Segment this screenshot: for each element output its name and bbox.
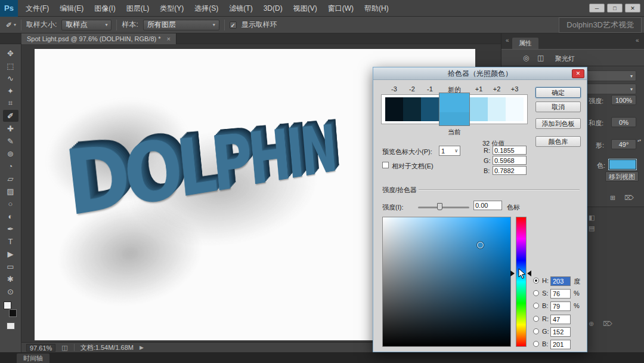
panel-icon[interactable]: ▤: [589, 224, 595, 232]
close-icon[interactable]: ✕: [625, 4, 640, 13]
status-menu-arrow-icon[interactable]: ▶: [140, 344, 144, 350]
hand-tool[interactable]: ✱: [3, 273, 18, 285]
clone-stamp-tool[interactable]: ⊚: [3, 147, 18, 159]
red-radio[interactable]: [533, 316, 539, 322]
document-tab[interactable]: Spot Light.psd @ 97.6% (DOLPHIN, RGB/8) …: [21, 33, 177, 44]
lasso-tool[interactable]: ∿: [3, 72, 18, 84]
intensity-slider-handle[interactable]: [437, 203, 442, 210]
minimize-icon[interactable]: ─: [589, 4, 605, 13]
show-ring-checkbox[interactable]: ✓: [230, 21, 237, 29]
g32-field[interactable]: [493, 156, 527, 165]
menu-edit[interactable]: 编辑(E): [54, 0, 89, 17]
collapse-panel-icon[interactable]: «: [506, 37, 509, 44]
dialog-title-bar[interactable]: 拾色器（光照颜色） ✕: [373, 67, 587, 80]
tab-timeline[interactable]: 时间轴: [17, 353, 49, 363]
blue-field[interactable]: [550, 340, 571, 349]
hue-slider[interactable]: [516, 217, 527, 347]
eyedropper-tool[interactable]: ✐: [3, 110, 18, 122]
maximize-icon[interactable]: □: [607, 4, 623, 13]
eraser-tool[interactable]: ▱: [3, 173, 18, 184]
trash-icon[interactable]: ⌦: [624, 194, 634, 202]
menu-help[interactable]: 帮助(H): [359, 0, 394, 17]
ok-button[interactable]: 确定: [535, 87, 581, 98]
quick-select-tool[interactable]: ✦: [3, 85, 18, 97]
brightness-field[interactable]: [550, 302, 571, 311]
eye-icon[interactable]: ◎: [523, 54, 529, 62]
hue-field[interactable]: [550, 276, 571, 286]
panel-icon[interactable]: ⊕: [589, 320, 594, 328]
saturation-value[interactable]: 0%: [611, 117, 636, 127]
menu-layer[interactable]: 图层(L): [121, 0, 155, 17]
menu-3d[interactable]: 3D(D): [258, 0, 288, 17]
preview-size-dropdown[interactable]: 1 ∨: [439, 146, 460, 156]
menu-type[interactable]: 类型(Y): [154, 0, 189, 17]
type-tool[interactable]: T: [3, 235, 18, 247]
brush-tool[interactable]: ✎: [3, 135, 18, 147]
red-field[interactable]: [550, 315, 571, 324]
color-field-marker[interactable]: [477, 242, 484, 248]
menu-filter[interactable]: 滤镜(T): [224, 0, 258, 17]
intensity-value[interactable]: 100%: [611, 95, 636, 105]
light-color-swatch[interactable]: [609, 159, 636, 170]
sample-dropdown[interactable]: 所有图层 ▾: [143, 20, 219, 30]
r32-field[interactable]: [493, 146, 527, 155]
grid-icon[interactable]: ⊞: [610, 194, 615, 202]
gradient-tool[interactable]: ▨: [3, 185, 18, 197]
sample-size-dropdown[interactable]: 取样点 ▾: [61, 20, 112, 30]
saturation-field[interactable]: [550, 289, 571, 299]
menu-window[interactable]: 窗口(W): [323, 0, 359, 17]
marquee-tool[interactable]: ⬚: [3, 60, 18, 72]
hue-slider-arrow-left[interactable]: [510, 270, 515, 276]
saturation-radio[interactable]: [533, 290, 539, 296]
panel-icon[interactable]: ⌦: [603, 320, 612, 328]
quick-mask-icon[interactable]: [7, 322, 15, 330]
move-tool[interactable]: ✥: [3, 47, 18, 59]
stepper-icon[interactable]: ▴▾: [637, 139, 641, 142]
healing-brush-tool[interactable]: ✚: [3, 122, 18, 134]
move-to-view-button[interactable]: 移到视图: [605, 171, 639, 182]
intensity-slider-track[interactable]: [418, 207, 469, 208]
foreground-background-swatches[interactable]: [4, 302, 18, 317]
panel-icon[interactable]: ◧: [589, 214, 595, 222]
stop-swatch-minus2[interactable]: [403, 97, 421, 121]
background-color-swatch[interactable]: [9, 309, 17, 317]
hue-radio[interactable]: [533, 278, 539, 284]
collapse-panel-icon[interactable]: «: [636, 37, 639, 44]
current-color-swatch[interactable]: [439, 112, 469, 125]
stop-swatch-minus3[interactable]: [385, 97, 403, 121]
cube-icon[interactable]: ◫: [537, 54, 544, 62]
add-to-swatches-button[interactable]: 添加到色板: [535, 118, 581, 129]
blur-tool[interactable]: ○: [3, 198, 18, 210]
stop-swatch-minus1[interactable]: [421, 97, 439, 121]
relative-to-document-checkbox[interactable]: [382, 162, 389, 168]
hue-slider-arrow-right[interactable]: [527, 270, 531, 276]
stop-swatch-plus3[interactable]: [506, 97, 524, 121]
menu-file[interactable]: 文件(F): [20, 0, 54, 17]
b32-field[interactable]: [493, 166, 527, 175]
cone-value[interactable]: 49°: [611, 139, 636, 149]
color-field[interactable]: [382, 217, 511, 347]
blue-radio[interactable]: [533, 341, 539, 347]
dodge-tool[interactable]: ◐: [3, 210, 18, 222]
brightness-radio[interactable]: [533, 303, 539, 309]
shape-tool[interactable]: ▭: [3, 260, 18, 272]
menu-view[interactable]: 视图(V): [288, 0, 323, 17]
zoom-tool[interactable]: ⊙: [3, 285, 18, 297]
green-radio[interactable]: [533, 328, 539, 334]
stop-swatch-plus2[interactable]: [488, 97, 506, 121]
tab-properties[interactable]: 属性: [512, 38, 538, 49]
pen-tool[interactable]: ✒: [3, 223, 18, 235]
green-field[interactable]: [550, 327, 571, 337]
active-tool-well[interactable]: ✐ ▾: [4, 20, 21, 30]
tab-close-icon[interactable]: ×: [167, 35, 171, 42]
stop-swatch-plus1[interactable]: [470, 97, 488, 121]
history-brush-tool[interactable]: ◔: [3, 160, 18, 172]
color-libraries-button[interactable]: 颜色库: [535, 136, 581, 147]
cancel-button[interactable]: 取消: [535, 101, 581, 112]
foreground-color-swatch[interactable]: [4, 302, 11, 309]
zoom-level-field[interactable]: 97.61%: [26, 344, 55, 352]
crop-tool[interactable]: ⌗: [3, 97, 18, 109]
menu-select[interactable]: 选择(S): [189, 0, 224, 17]
path-select-tool[interactable]: ▶: [3, 248, 18, 260]
dialog-close-icon[interactable]: ✕: [572, 69, 584, 78]
